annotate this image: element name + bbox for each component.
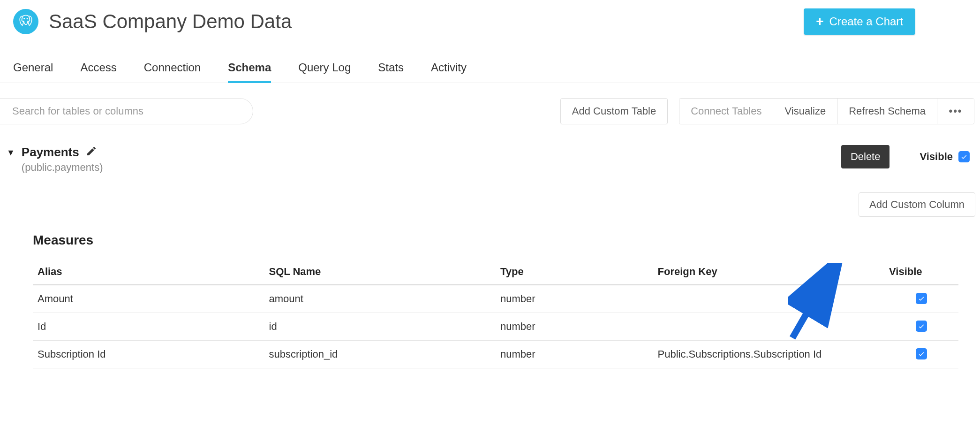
cell-sql: amount [264, 285, 496, 313]
more-actions-button[interactable]: ••• [937, 99, 974, 124]
table-section-header: ▼ Payments (public.payments) Delete Visi… [0, 124, 980, 174]
schema-actions-group: Connect Tables Visualize Refresh Schema … [679, 98, 974, 124]
tab-access[interactable]: Access [80, 61, 116, 83]
tab-activity[interactable]: Activity [431, 61, 467, 83]
table-visible-label: Visible [920, 151, 953, 163]
measures-section: Measures Alias SQL Name Type Foreign Key… [0, 217, 980, 368]
create-chart-button[interactable]: + Create a Chart [804, 8, 915, 35]
connect-tables-button[interactable]: Connect Tables [679, 99, 773, 124]
cell-visible [884, 313, 958, 341]
col-header-sql: SQL Name [264, 259, 496, 285]
refresh-schema-button[interactable]: Refresh Schema [837, 99, 937, 124]
cell-type: number [496, 313, 653, 341]
cell-alias: Amount [33, 285, 264, 313]
row-visible-checkbox[interactable] [916, 321, 927, 332]
table-row[interactable]: Amountamountnumber [33, 285, 958, 313]
add-custom-table-button[interactable]: Add Custom Table [560, 98, 668, 124]
cell-fk [653, 313, 885, 341]
row-visible-checkbox[interactable] [916, 293, 927, 304]
search-input[interactable] [0, 98, 253, 124]
tab-query-log[interactable]: Query Log [298, 61, 351, 83]
table-title: Payments [22, 145, 79, 160]
svg-point-1 [27, 18, 28, 19]
cell-visible [884, 341, 958, 368]
postgres-logo-icon [13, 9, 38, 34]
toolbar: Add Custom Table Connect Tables Visualiz… [0, 83, 980, 124]
table-row[interactable]: Ididnumber [33, 313, 958, 341]
col-header-visible: Visible [884, 259, 958, 285]
page-title: SaaS Company Demo Data [49, 10, 292, 33]
tab-general[interactable]: General [13, 61, 53, 83]
measures-table: Alias SQL Name Type Foreign Key Visible … [33, 259, 958, 368]
cell-type: number [496, 341, 653, 368]
tab-connection[interactable]: Connection [144, 61, 201, 83]
table-visible-checkbox[interactable] [958, 151, 970, 162]
edit-pencil-icon[interactable] [86, 145, 97, 159]
measures-title: Measures [33, 233, 958, 248]
tab-schema[interactable]: Schema [228, 61, 271, 83]
table-header-row: Alias SQL Name Type Foreign Key Visible [33, 259, 958, 285]
table-subtitle: (public.payments) [22, 161, 103, 174]
cell-visible [884, 285, 958, 313]
col-header-type: Type [496, 259, 653, 285]
svg-point-0 [24, 18, 25, 19]
tab-stats[interactable]: Stats [378, 61, 404, 83]
table-row[interactable]: Subscription Idsubscription_idnumberPubl… [33, 341, 958, 368]
cell-alias: Id [33, 313, 264, 341]
col-header-fk: Foreign Key [653, 259, 885, 285]
ellipsis-icon: ••• [949, 105, 963, 117]
cell-fk [653, 285, 885, 313]
delete-table-button[interactable]: Delete [841, 145, 890, 168]
cell-sql: id [264, 313, 496, 341]
cell-sql: subscription_id [264, 341, 496, 368]
col-header-alias: Alias [33, 259, 264, 285]
header: SaaS Company Demo Data + Create a Chart [0, 0, 980, 35]
plus-icon: + [816, 15, 823, 28]
create-chart-label: Create a Chart [829, 15, 903, 28]
add-custom-column-button[interactable]: Add Custom Column [859, 192, 975, 217]
visualize-button[interactable]: Visualize [773, 99, 837, 124]
cell-fk: Public.Subscriptions.Subscription Id [653, 341, 885, 368]
cell-alias: Subscription Id [33, 341, 264, 368]
collapse-caret-icon[interactable]: ▼ [7, 148, 15, 158]
row-visible-checkbox[interactable] [916, 348, 927, 359]
tabs: General Access Connection Schema Query L… [0, 35, 980, 83]
cell-type: number [496, 285, 653, 313]
